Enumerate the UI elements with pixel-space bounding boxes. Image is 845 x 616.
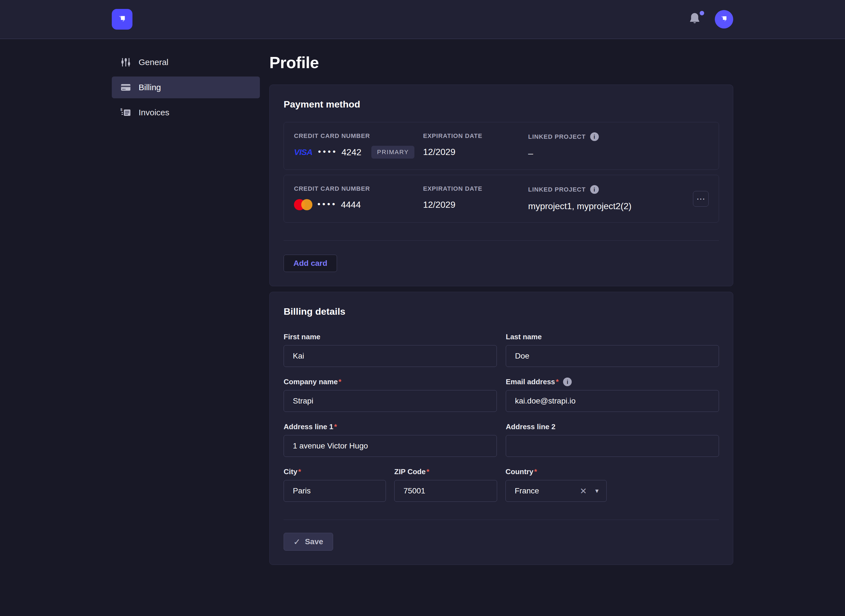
field-zip-code: ZIP Code * — [394, 468, 497, 502]
city-zip-country-row: City * ZIP Code * Country * — [284, 468, 719, 502]
linked-project-header-text: LINKED PROJECT — [528, 186, 586, 193]
settings-sidebar: General Billing $ — [112, 51, 260, 571]
address2-label: Address line 2 — [506, 422, 719, 431]
notifications-button[interactable] — [689, 12, 702, 26]
label-text: Address line 2 — [506, 422, 555, 431]
credit-card-icon — [120, 82, 131, 93]
payment-method-panel: Payment method CREDIT CARD NUMBER VISA •… — [269, 85, 733, 286]
linked-project-header-text: LINKED PROJECT — [528, 133, 586, 141]
notification-dot — [700, 11, 704, 15]
panel-divider — [284, 241, 719, 241]
linked-project-value: – — [528, 147, 708, 160]
check-icon: ✓ — [293, 537, 300, 547]
card-last4: 4444 — [341, 199, 361, 210]
save-button[interactable]: ✓ Save — [284, 533, 333, 551]
label-text: Email address — [506, 377, 555, 386]
card-number-header: CREDIT CARD NUMBER — [294, 132, 423, 139]
top-bar-actions — [689, 10, 733, 28]
billing-details-panel: Billing details First name Last name — [269, 292, 733, 565]
field-country: Country * France ✕ ▼ — [506, 468, 607, 502]
masked-digits: •••• — [317, 199, 337, 209]
linked-project-cell: LINKED PROJECT i myproject1, myproject2(… — [528, 185, 693, 212]
top-bar — [0, 0, 845, 39]
required-mark: * — [534, 468, 537, 476]
linked-project-header: LINKED PROJECT i — [528, 185, 693, 194]
address1-label: Address line 1 * — [284, 422, 497, 431]
expiration-cell: EXPIRATION DATE 12/2029 — [423, 185, 528, 211]
last-name-input[interactable] — [506, 345, 719, 367]
clear-icon[interactable]: ✕ — [580, 486, 587, 496]
sidebar-item-invoices[interactable]: $ Invoices — [112, 102, 260, 123]
billing-details-title: Billing details — [284, 306, 719, 317]
address-line-1-input[interactable] — [284, 435, 497, 457]
chevron-down-icon[interactable]: ▼ — [594, 488, 600, 494]
info-icon[interactable]: i — [590, 132, 599, 141]
country-select[interactable]: France ✕ ▼ — [506, 480, 607, 502]
strapi-logo-icon — [116, 13, 128, 26]
required-mark: * — [556, 377, 558, 386]
city-label: City * — [284, 468, 386, 476]
field-company-name: Company name * — [284, 377, 497, 412]
linked-project-header: LINKED PROJECT i — [528, 132, 708, 141]
linked-project-value: myproject1, myproject2(2) — [528, 200, 693, 212]
label-text: Country — [506, 468, 533, 476]
label-text: Address line 1 — [284, 422, 334, 431]
email-input[interactable] — [506, 390, 719, 412]
add-card-button[interactable]: Add card — [284, 255, 337, 272]
billing-form-grid: First name Last name Company name * — [284, 333, 719, 457]
strapi-logo-button[interactable] — [112, 9, 132, 29]
card-actions-menu-button[interactable]: ⋯ — [693, 191, 708, 207]
company-name-input[interactable] — [284, 390, 497, 412]
city-input[interactable] — [284, 480, 386, 502]
email-label: Email address * i — [506, 377, 719, 386]
required-mark: * — [339, 377, 341, 386]
expiration-header: EXPIRATION DATE — [423, 132, 528, 139]
invoice-icon: $ — [120, 107, 131, 118]
expiration-value: 12/2029 — [423, 146, 528, 158]
user-avatar[interactable] — [715, 10, 733, 28]
field-address-line-2: Address line 2 — [506, 422, 719, 457]
page-title: Profile — [269, 53, 733, 72]
required-mark: * — [298, 468, 301, 476]
primary-badge: PRIMARY — [371, 146, 414, 158]
sidebar-item-label: General — [139, 57, 169, 67]
field-last-name: Last name — [506, 333, 719, 367]
save-button-label: Save — [305, 537, 323, 546]
label-text: Company name — [284, 377, 338, 386]
zip-code-input[interactable] — [394, 480, 497, 502]
field-city: City * — [284, 468, 386, 502]
main-layout: General Billing $ — [112, 39, 733, 571]
label-text: City — [284, 468, 297, 476]
info-icon[interactable]: i — [563, 377, 572, 386]
expiration-header: EXPIRATION DATE — [423, 185, 528, 192]
label-text: First name — [284, 333, 320, 341]
sidebar-item-label: Billing — [139, 83, 161, 92]
expiration-value: 12/2029 — [423, 198, 528, 211]
card-last4: 4242 — [341, 147, 361, 157]
address-line-2-input[interactable] — [506, 435, 719, 457]
first-name-input[interactable] — [284, 345, 497, 367]
info-icon[interactable]: i — [590, 185, 599, 194]
bell-icon — [689, 22, 701, 26]
card-number-header: CREDIT CARD NUMBER — [294, 185, 423, 192]
field-first-name: First name — [284, 333, 497, 367]
masked-digits: •••• — [318, 147, 338, 156]
card-number-cell: CREDIT CARD NUMBER VISA •••• 4242 PRIMAR… — [294, 132, 423, 158]
required-mark: * — [334, 422, 337, 431]
label-text: Last name — [506, 333, 542, 341]
sidebar-item-general[interactable]: General — [112, 51, 260, 73]
field-address-line-1: Address line 1 * — [284, 422, 497, 457]
last-name-label: Last name — [506, 333, 719, 341]
zip-code-label: ZIP Code * — [394, 468, 497, 476]
mastercard-logo — [294, 199, 312, 210]
field-email: Email address * i — [506, 377, 719, 412]
sliders-icon — [120, 57, 131, 68]
payment-method-title: Payment method — [284, 99, 719, 110]
sidebar-item-label: Invoices — [139, 108, 169, 117]
sidebar-item-billing[interactable]: Billing — [112, 76, 260, 98]
visa-logo: VISA — [294, 147, 312, 157]
card-number-cell: CREDIT CARD NUMBER •••• 4444 — [294, 185, 423, 211]
country-value: France — [515, 487, 539, 495]
company-name-label: Company name * — [284, 377, 497, 386]
country-label: Country * — [506, 468, 607, 476]
